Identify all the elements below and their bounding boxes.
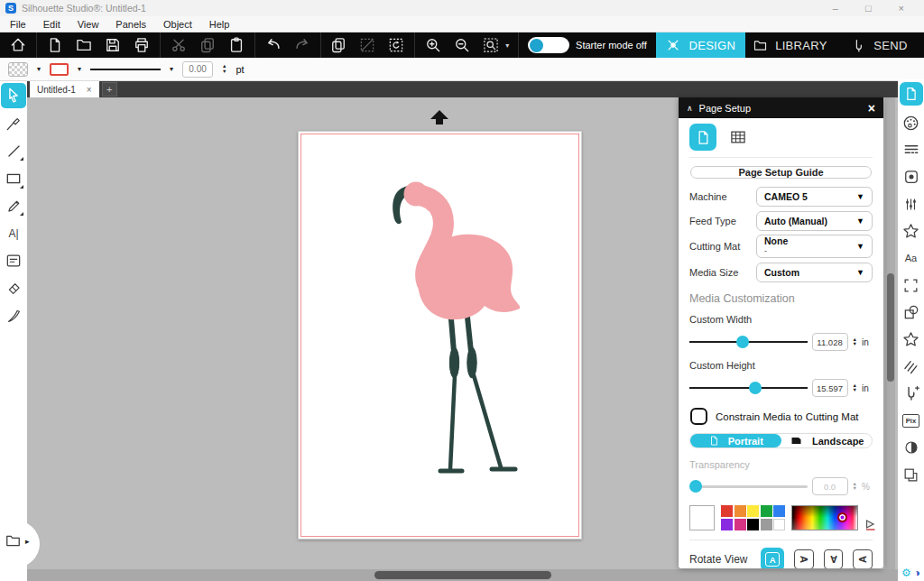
- machine-dropdown[interactable]: CAMEO 5 ▼: [756, 187, 873, 207]
- color-swatch[interactable]: [747, 505, 759, 517]
- window-close-button[interactable]: ×: [899, 0, 904, 16]
- document-tab-close-icon[interactable]: ×: [87, 85, 92, 95]
- dock-print-border-button[interactable]: [901, 465, 921, 484]
- rotate-view-270-button[interactable]: A: [853, 549, 873, 568]
- rectangle-tool[interactable]: [1, 166, 26, 191]
- tab-library[interactable]: LIBRARY: [745, 32, 835, 58]
- rotate-view-0-button[interactable]: A: [761, 548, 784, 568]
- custom-height-input[interactable]: 15.597: [812, 379, 848, 397]
- new-document-tab-button[interactable]: +: [102, 82, 117, 97]
- dock-offset-button[interactable]: [901, 329, 921, 349]
- color-swatch[interactable]: [721, 505, 733, 517]
- starter-mode-toggle[interactable]: [528, 37, 569, 53]
- draw-tool[interactable]: [1, 193, 26, 218]
- copy-button[interactable]: [199, 36, 217, 54]
- line-thickness-input[interactable]: 0.00: [182, 61, 213, 78]
- color-swatch[interactable]: [761, 505, 772, 517]
- dock-pixscan-button[interactable]: Pix: [901, 410, 921, 430]
- menu-view[interactable]: View: [78, 19, 99, 30]
- dock-send-button[interactable]: [901, 383, 921, 403]
- point-edit-tool[interactable]: [1, 111, 26, 136]
- color-swatch[interactable]: [721, 519, 733, 530]
- dock-line-style-button[interactable]: [901, 140, 921, 160]
- dock-fill-pattern-button[interactable]: [901, 167, 921, 187]
- panel-scrollbar[interactable]: [885, 97, 895, 569]
- minimize-button[interactable]: –: [833, 0, 838, 16]
- slider-thumb[interactable]: [749, 382, 762, 394]
- menu-object[interactable]: Object: [163, 19, 192, 30]
- spectrum-selector-ring[interactable]: [837, 512, 847, 522]
- zoom-selection-button[interactable]: [482, 36, 500, 54]
- line-color-swatch[interactable]: [50, 63, 69, 76]
- slider-thumb[interactable]: [689, 480, 702, 493]
- save-button[interactable]: [104, 36, 122, 54]
- current-color-swatch[interactable]: [689, 505, 715, 530]
- dock-fill-color-button[interactable]: [901, 113, 921, 133]
- color-swatch[interactable]: [761, 519, 772, 530]
- zoom-out-button[interactable]: [453, 36, 471, 54]
- cut-button[interactable]: [170, 36, 188, 54]
- deselect-button[interactable]: [358, 36, 376, 54]
- menu-help[interactable]: Help: [209, 19, 230, 30]
- redo-button[interactable]: [293, 36, 311, 54]
- line-style-sample[interactable]: [90, 69, 161, 70]
- print-button[interactable]: [133, 36, 151, 54]
- panel-scrollbar-thumb[interactable]: [887, 273, 894, 382]
- feed-type-dropdown[interactable]: Auto (Manual) ▼: [756, 211, 873, 231]
- document-tab[interactable]: Untitled-1 ×: [30, 81, 99, 97]
- custom-width-slider[interactable]: [689, 336, 808, 348]
- paste-button[interactable]: [227, 36, 245, 54]
- slider-thumb[interactable]: [736, 336, 749, 348]
- library-drawer-button[interactable]: ▸: [5, 532, 30, 549]
- menu-edit[interactable]: Edit: [43, 19, 60, 30]
- flamingo-artwork[interactable]: [299, 132, 583, 540]
- constrain-checkbox[interactable]: [690, 408, 707, 425]
- zoom-in-button[interactable]: [424, 36, 442, 54]
- custom-height-slider[interactable]: [689, 382, 808, 394]
- palette-expander-icon[interactable]: [865, 519, 875, 530]
- stepper-down-icon[interactable]: ▼: [853, 388, 857, 393]
- open-button[interactable]: [75, 36, 93, 54]
- line-tool[interactable]: [1, 138, 26, 163]
- knife-tool[interactable]: [1, 303, 26, 328]
- design-page[interactable]: [298, 131, 582, 540]
- dock-trace-button[interactable]: [901, 438, 921, 457]
- line-color-caret[interactable]: ▾: [78, 65, 81, 73]
- fill-color-swatch[interactable]: [8, 62, 28, 77]
- color-spectrum-picker[interactable]: [791, 505, 858, 530]
- custom-height-stepper[interactable]: ▲▼: [853, 383, 857, 393]
- custom-width-input[interactable]: 11.028: [812, 333, 848, 351]
- new-document-button[interactable]: [46, 36, 64, 54]
- portrait-button[interactable]: Portrait: [690, 434, 781, 447]
- eraser-tool[interactable]: [1, 276, 26, 301]
- note-tool[interactable]: [1, 248, 26, 273]
- custom-width-stepper[interactable]: ▲▼: [853, 337, 857, 347]
- color-swatch[interactable]: [735, 505, 746, 517]
- panel-close-button[interactable]: ×: [868, 102, 875, 115]
- color-swatch[interactable]: [773, 505, 785, 517]
- color-swatch[interactable]: [773, 519, 785, 530]
- rotate-view-180-button[interactable]: A: [824, 549, 844, 568]
- horizontal-scrollbar[interactable]: [27, 569, 898, 581]
- transparency-input[interactable]: 0.0: [812, 477, 848, 495]
- menu-panels[interactable]: Panels: [116, 19, 146, 30]
- transparency-slider[interactable]: [689, 480, 808, 493]
- stepper-down-icon[interactable]: ▼: [853, 486, 857, 492]
- line-thickness-stepper[interactable]: ▲▼: [222, 64, 226, 74]
- dock-replicate-button[interactable]: [901, 221, 921, 241]
- text-tool[interactable]: A|: [1, 221, 26, 246]
- canvas[interactable]: ∧ Page Setup × Page Setup Guide Machine …: [27, 97, 898, 569]
- color-swatch[interactable]: [747, 519, 759, 530]
- horizontal-scrollbar-thumb[interactable]: [374, 571, 551, 579]
- dock-sketch-button[interactable]: [901, 356, 921, 376]
- page-setup-tab[interactable]: [689, 124, 716, 151]
- collapse-panel-icon[interactable]: ∧: [687, 104, 693, 113]
- home-button[interactable]: [9, 36, 27, 54]
- rotate-view-90-button[interactable]: A: [794, 549, 814, 568]
- maximize-button[interactable]: □: [865, 0, 872, 16]
- fill-color-caret[interactable]: ▾: [37, 65, 41, 73]
- media-size-dropdown[interactable]: Custom ▼: [756, 263, 873, 282]
- duplicate-button[interactable]: [329, 36, 347, 54]
- color-swatch[interactable]: [735, 519, 746, 530]
- select-all-button[interactable]: [387, 36, 405, 54]
